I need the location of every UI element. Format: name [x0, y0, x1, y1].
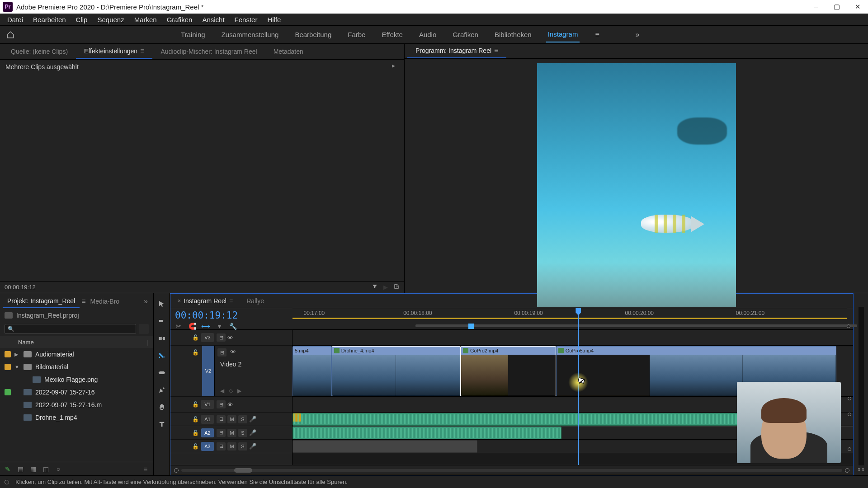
zoom-in-handle[interactable] [845, 468, 849, 473]
mute-button[interactable]: M [227, 429, 236, 437]
close-button[interactable]: ✕ [847, 0, 868, 14]
hand-tool[interactable] [156, 402, 167, 413]
tab-audioclip-mischer[interactable]: Audioclip-Mischer: Instagram Reel [152, 45, 265, 58]
track-output-toggle[interactable]: ⊟ [217, 333, 226, 342]
menu-bearbeiten[interactable]: Bearbeiten [28, 14, 71, 25]
solo-button[interactable]: S [238, 442, 247, 450]
workspace-overflow-icon[interactable]: » [633, 29, 642, 41]
column-divider[interactable]: | [147, 339, 149, 346]
program-monitor[interactable] [537, 63, 736, 307]
workspace-bibliotheken[interactable]: Bibliotheken [493, 27, 533, 42]
marker-icon[interactable]: ▾ [216, 323, 223, 330]
timeline-tab-menu-icon[interactable]: ≡ [229, 297, 233, 305]
tab-quelle[interactable]: Quelle: (keine Clips) [3, 45, 76, 58]
project-search-options[interactable] [139, 324, 149, 334]
track-label-a3[interactable]: A3 [201, 442, 214, 451]
lock-icon[interactable]: 🔓 [192, 334, 201, 341]
track-label-a2[interactable]: A2 [201, 428, 214, 437]
audio-clip-a2[interactable] [292, 427, 561, 439]
track-end-dot[interactable] [848, 413, 851, 416]
menu-sequenz[interactable]: Sequenz [92, 14, 129, 25]
linked-selection-icon[interactable]: ⟷ [202, 323, 209, 330]
track-header-v3[interactable]: 🔓 V3 ⊟ 👁 [170, 330, 292, 346]
track-output-toggle[interactable]: ⊟ [217, 429, 226, 437]
close-tab-icon[interactable]: × [178, 298, 181, 304]
voiceover-icon[interactable]: 🎤 [249, 443, 258, 450]
tab-menu-icon[interactable]: ≡ [140, 47, 144, 55]
menu-marken[interactable]: Marken [129, 14, 162, 25]
slip-tool[interactable] [156, 367, 167, 378]
home-button[interactable] [4, 28, 17, 42]
project-tab-menu-icon[interactable]: ≡ [81, 297, 85, 305]
maximize-button[interactable]: ▢ [826, 0, 847, 14]
project-bin-list[interactable]: ▶ Audiomaterial ▼ Bildmaterial Mexiko Fl… [0, 348, 153, 462]
program-scrub-bar[interactable] [415, 324, 857, 327]
audio-meter[interactable] [859, 307, 864, 465]
video-clip-gopro2[interactable]: GoPro2.mp4 [461, 346, 556, 396]
workspace-bearbeitung[interactable]: Bearbeitung [293, 27, 333, 42]
track-output-toggle[interactable]: ⊟ [217, 415, 226, 423]
mute-button[interactable]: M [227, 442, 236, 450]
menu-hilfe[interactable]: Hilfe [262, 14, 286, 25]
track-label-a1[interactable]: A1 [201, 415, 214, 424]
pen-tool[interactable] [156, 385, 167, 395]
track-output-toggle[interactable]: ⊟ [217, 400, 226, 408]
track-header-a1[interactable]: 🔓 A1 ⊟ M S 🎤 [170, 413, 292, 426]
workspace-instagram[interactable]: Instagram [546, 27, 580, 42]
project-overflow-icon[interactable]: » [141, 297, 151, 305]
track-visibility-icon[interactable]: 👁 [230, 348, 239, 357]
menu-datei[interactable]: Datei [2, 14, 28, 25]
timeline-tab-rallye[interactable]: Rallye [242, 296, 269, 306]
lock-icon[interactable]: 🔓 [192, 430, 201, 436]
freeform-view-icon[interactable]: ◫ [42, 465, 50, 473]
selection-tool[interactable] [156, 299, 167, 310]
program-tab-menu-icon[interactable]: ≡ [494, 47, 498, 55]
zoom-scrollbar[interactable] [181, 469, 842, 472]
voiceover-icon[interactable]: 🎤 [249, 429, 258, 436]
tab-media-browser[interactable]: Media-Bro [86, 295, 124, 308]
lock-icon[interactable]: 🔓 [192, 349, 201, 356]
track-output-toggle[interactable]: ⊟ [217, 442, 226, 450]
lock-icon[interactable]: 🔓 [192, 443, 201, 450]
track-label-v1[interactable]: V1 [201, 400, 214, 409]
keyframe-prev-icon[interactable]: ◀ [220, 388, 224, 394]
tab-programm[interactable]: Programm: Instagram Reel ≡ [407, 44, 506, 58]
workspace-training[interactable]: Training [179, 27, 207, 42]
filter-icon[interactable] [372, 283, 378, 291]
minimize-button[interactable]: – [806, 0, 826, 14]
video-clip[interactable]: 5.mp4 [292, 346, 332, 396]
track-end-dot[interactable] [848, 447, 851, 451]
track-end-dot[interactable] [848, 397, 851, 400]
timeline-settings-icon[interactable]: 🔧 [229, 323, 236, 330]
tab-projekt[interactable]: Projekt: Instagram_Reel [3, 295, 80, 308]
track-header-v1[interactable]: 🔓 V1 ⊟ 👁 [170, 397, 292, 413]
keyframe-next-icon[interactable]: ▶ [237, 388, 241, 394]
razor-tool[interactable] [156, 350, 167, 361]
solo-button[interactable]: S [238, 415, 247, 423]
timeline-timecode[interactable]: 00:00:19:12 [175, 310, 288, 321]
workspace-effekte[interactable]: Effekte [380, 27, 404, 42]
track-visibility-icon[interactable]: 👁 [227, 334, 236, 341]
solo-button[interactable]: S [238, 429, 247, 437]
magnet-icon[interactable]: 🧲 [189, 323, 196, 330]
menu-ansicht[interactable]: Ansicht [197, 14, 229, 25]
workspace-farbe[interactable]: Farbe [346, 27, 367, 42]
icon-view-icon[interactable]: ▦ [29, 465, 37, 473]
effect-controls-toggle[interactable]: ▸ [392, 62, 395, 69]
project-menu-icon[interactable]: ≡ [142, 465, 150, 473]
tab-effekteinstellungen[interactable]: Effekteinstellungen ≡ [76, 44, 152, 59]
menu-grafiken[interactable]: Grafiken [162, 14, 198, 25]
track-header-a2[interactable]: 🔓 A2 ⊟ M S 🎤 [170, 426, 292, 440]
expand-arrow-icon[interactable]: ▶ [14, 352, 20, 357]
workspace-zusammenstellung[interactable]: Zusammenstellung [220, 27, 281, 42]
workspace-menu-icon[interactable]: ≡ [592, 29, 602, 41]
track-header-v2[interactable]: 🔓 V2 ⊟ 👁 Video 2 ◀◇▶ [170, 346, 292, 397]
menu-clip[interactable]: Clip [71, 14, 93, 25]
project-search-input[interactable]: 🔍 [5, 324, 136, 334]
export-frame-icon[interactable] [393, 283, 400, 291]
zoom-out-handle[interactable] [174, 468, 179, 473]
column-name[interactable]: Name [18, 339, 34, 346]
track-select-tool[interactable] [156, 316, 167, 327]
collapse-arrow-icon[interactable]: ▼ [14, 364, 20, 370]
zoom-slider-icon[interactable]: ○ [54, 465, 62, 473]
